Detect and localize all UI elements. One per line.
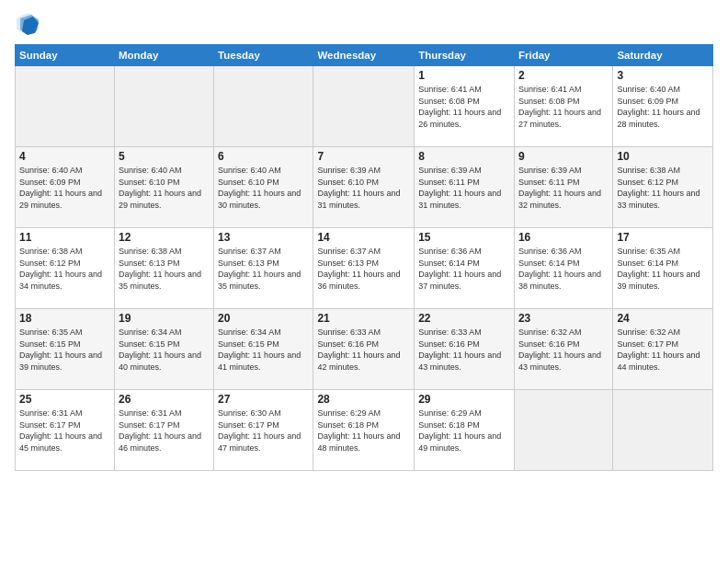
col-header-wednesday: Wednesday: [313, 45, 415, 66]
calendar-week-3: 11Sunrise: 6:38 AM Sunset: 6:12 PM Dayli…: [16, 228, 713, 309]
calendar-cell: [214, 66, 313, 147]
calendar-cell: 16Sunrise: 6:36 AM Sunset: 6:14 PM Dayli…: [514, 228, 612, 309]
day-info: Sunrise: 6:36 AM Sunset: 6:14 PM Dayligh…: [418, 246, 510, 292]
col-header-saturday: Saturday: [613, 45, 713, 66]
day-number: 2: [518, 69, 609, 82]
calendar-cell: 5Sunrise: 6:40 AM Sunset: 6:10 PM Daylig…: [114, 147, 213, 228]
calendar-header-row: SundayMondayTuesdayWednesdayThursdayFrid…: [16, 45, 713, 66]
day-number: 22: [418, 312, 510, 325]
day-number: 21: [317, 312, 410, 325]
day-info: Sunrise: 6:31 AM Sunset: 6:17 PM Dayligh…: [119, 408, 210, 454]
day-number: 24: [617, 312, 709, 325]
day-number: 3: [617, 69, 709, 82]
logo: [15, 11, 44, 37]
calendar-cell: 6Sunrise: 6:40 AM Sunset: 6:10 PM Daylig…: [214, 147, 313, 228]
calendar-cell: 17Sunrise: 6:35 AM Sunset: 6:14 PM Dayli…: [613, 228, 713, 309]
calendar-cell: 3Sunrise: 6:40 AM Sunset: 6:09 PM Daylig…: [613, 66, 713, 147]
day-info: Sunrise: 6:40 AM Sunset: 6:09 PM Dayligh…: [617, 84, 709, 130]
day-number: 12: [119, 231, 210, 244]
day-number: 5: [119, 150, 210, 163]
day-info: Sunrise: 6:40 AM Sunset: 6:09 PM Dayligh…: [19, 165, 110, 211]
col-header-thursday: Thursday: [415, 45, 515, 66]
col-header-tuesday: Tuesday: [214, 45, 313, 66]
day-info: Sunrise: 6:38 AM Sunset: 6:12 PM Dayligh…: [19, 246, 110, 292]
day-info: Sunrise: 6:39 AM Sunset: 6:10 PM Dayligh…: [317, 165, 410, 211]
calendar-cell: [16, 66, 115, 147]
calendar-cell: 23Sunrise: 6:32 AM Sunset: 6:16 PM Dayli…: [514, 309, 612, 390]
day-number: 11: [19, 231, 110, 244]
calendar-cell: 25Sunrise: 6:31 AM Sunset: 6:17 PM Dayli…: [16, 390, 115, 471]
day-number: 7: [317, 150, 410, 163]
day-info: Sunrise: 6:33 AM Sunset: 6:16 PM Dayligh…: [418, 327, 510, 373]
calendar-cell: 14Sunrise: 6:37 AM Sunset: 6:13 PM Dayli…: [313, 228, 415, 309]
calendar-cell: [514, 390, 612, 471]
day-info: Sunrise: 6:39 AM Sunset: 6:11 PM Dayligh…: [518, 165, 609, 211]
day-info: Sunrise: 6:40 AM Sunset: 6:10 PM Dayligh…: [119, 165, 210, 211]
day-number: 19: [119, 312, 210, 325]
calendar-cell: 12Sunrise: 6:38 AM Sunset: 6:13 PM Dayli…: [114, 228, 213, 309]
calendar-cell: 22Sunrise: 6:33 AM Sunset: 6:16 PM Dayli…: [415, 309, 515, 390]
day-number: 13: [218, 231, 309, 244]
header: [15, 11, 713, 37]
day-info: Sunrise: 6:41 AM Sunset: 6:08 PM Dayligh…: [418, 84, 510, 130]
calendar-cell: 21Sunrise: 6:33 AM Sunset: 6:16 PM Dayli…: [313, 309, 415, 390]
day-number: 28: [317, 393, 410, 406]
day-number: 14: [317, 231, 410, 244]
calendar-cell: 27Sunrise: 6:30 AM Sunset: 6:17 PM Dayli…: [214, 390, 313, 471]
calendar-cell: 19Sunrise: 6:34 AM Sunset: 6:15 PM Dayli…: [114, 309, 213, 390]
day-info: Sunrise: 6:38 AM Sunset: 6:12 PM Dayligh…: [617, 165, 709, 211]
day-info: Sunrise: 6:39 AM Sunset: 6:11 PM Dayligh…: [418, 165, 510, 211]
day-number: 6: [218, 150, 309, 163]
day-number: 1: [418, 69, 510, 82]
day-number: 18: [19, 312, 110, 325]
day-info: Sunrise: 6:34 AM Sunset: 6:15 PM Dayligh…: [119, 327, 210, 373]
day-number: 15: [418, 231, 510, 244]
day-info: Sunrise: 6:32 AM Sunset: 6:16 PM Dayligh…: [518, 327, 609, 373]
day-number: 20: [218, 312, 309, 325]
calendar-cell: 2Sunrise: 6:41 AM Sunset: 6:08 PM Daylig…: [514, 66, 612, 147]
day-info: Sunrise: 6:32 AM Sunset: 6:17 PM Dayligh…: [617, 327, 709, 373]
calendar-week-2: 4Sunrise: 6:40 AM Sunset: 6:09 PM Daylig…: [16, 147, 713, 228]
day-number: 9: [518, 150, 609, 163]
day-info: Sunrise: 6:31 AM Sunset: 6:17 PM Dayligh…: [19, 408, 110, 454]
calendar-cell: 15Sunrise: 6:36 AM Sunset: 6:14 PM Dayli…: [415, 228, 515, 309]
day-number: 10: [617, 150, 709, 163]
day-number: 29: [418, 393, 510, 406]
calendar-cell: 26Sunrise: 6:31 AM Sunset: 6:17 PM Dayli…: [114, 390, 213, 471]
day-info: Sunrise: 6:34 AM Sunset: 6:15 PM Dayligh…: [218, 327, 309, 373]
calendar-cell: 8Sunrise: 6:39 AM Sunset: 6:11 PM Daylig…: [415, 147, 515, 228]
day-number: 25: [19, 393, 110, 406]
logo-icon: [15, 11, 40, 37]
calendar-cell: 9Sunrise: 6:39 AM Sunset: 6:11 PM Daylig…: [514, 147, 612, 228]
day-info: Sunrise: 6:40 AM Sunset: 6:10 PM Dayligh…: [218, 165, 309, 211]
day-number: 4: [19, 150, 110, 163]
calendar-cell: 29Sunrise: 6:29 AM Sunset: 6:18 PM Dayli…: [415, 390, 515, 471]
day-info: Sunrise: 6:35 AM Sunset: 6:14 PM Dayligh…: [617, 246, 709, 292]
calendar-cell: [114, 66, 213, 147]
calendar-cell: 13Sunrise: 6:37 AM Sunset: 6:13 PM Dayli…: [214, 228, 313, 309]
calendar-cell: 7Sunrise: 6:39 AM Sunset: 6:10 PM Daylig…: [313, 147, 415, 228]
calendar-week-4: 18Sunrise: 6:35 AM Sunset: 6:15 PM Dayli…: [16, 309, 713, 390]
day-info: Sunrise: 6:37 AM Sunset: 6:13 PM Dayligh…: [317, 246, 410, 292]
day-info: Sunrise: 6:30 AM Sunset: 6:17 PM Dayligh…: [218, 408, 309, 454]
calendar-cell: 4Sunrise: 6:40 AM Sunset: 6:09 PM Daylig…: [16, 147, 115, 228]
day-info: Sunrise: 6:38 AM Sunset: 6:13 PM Dayligh…: [119, 246, 210, 292]
calendar-cell: 18Sunrise: 6:35 AM Sunset: 6:15 PM Dayli…: [16, 309, 115, 390]
calendar-week-5: 25Sunrise: 6:31 AM Sunset: 6:17 PM Dayli…: [16, 390, 713, 471]
day-number: 8: [418, 150, 510, 163]
day-info: Sunrise: 6:29 AM Sunset: 6:18 PM Dayligh…: [418, 408, 510, 454]
day-info: Sunrise: 6:41 AM Sunset: 6:08 PM Dayligh…: [518, 84, 609, 130]
day-info: Sunrise: 6:37 AM Sunset: 6:13 PM Dayligh…: [218, 246, 309, 292]
calendar-cell: 24Sunrise: 6:32 AM Sunset: 6:17 PM Dayli…: [613, 309, 713, 390]
calendar-table: SundayMondayTuesdayWednesdayThursdayFrid…: [15, 44, 713, 471]
col-header-friday: Friday: [514, 45, 612, 66]
calendar-page: SundayMondayTuesdayWednesdayThursdayFrid…: [0, 0, 728, 563]
day-number: 16: [518, 231, 609, 244]
col-header-monday: Monday: [114, 45, 213, 66]
calendar-cell: [613, 390, 713, 471]
col-header-sunday: Sunday: [16, 45, 115, 66]
day-number: 23: [518, 312, 609, 325]
calendar-cell: 20Sunrise: 6:34 AM Sunset: 6:15 PM Dayli…: [214, 309, 313, 390]
day-number: 27: [218, 393, 309, 406]
calendar-cell: 11Sunrise: 6:38 AM Sunset: 6:12 PM Dayli…: [16, 228, 115, 309]
